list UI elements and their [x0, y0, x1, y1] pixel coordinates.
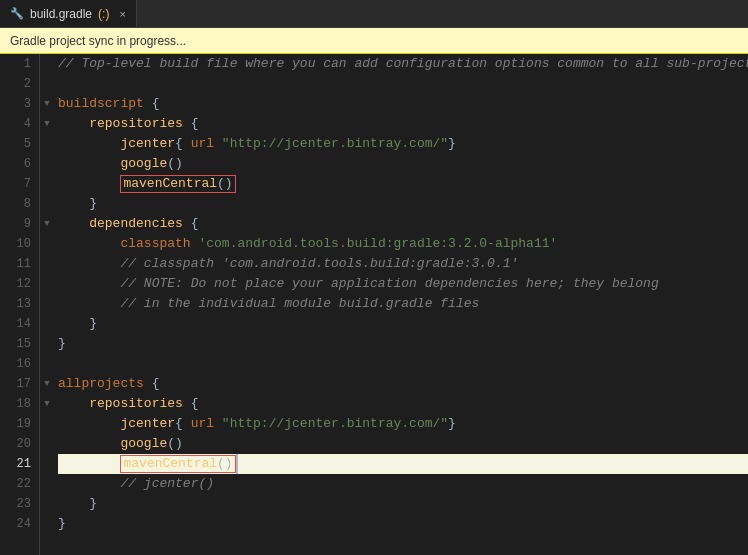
code-line-6: google() [58, 154, 748, 174]
fold-allprojects[interactable]: ▼ [40, 374, 54, 394]
code-line-7: mavenCentral() [58, 174, 748, 194]
tab-filename: build.gradle [30, 7, 92, 21]
tab-close-button[interactable]: × [119, 8, 125, 20]
code-line-14: } [58, 314, 748, 334]
code-line-18: repositories { [58, 394, 748, 414]
code-line-12: // NOTE: Do not place your application d… [58, 274, 748, 294]
code-line-24: } [58, 514, 748, 534]
code-line-5: jcenter{ url "http://jcenter.bintray.com… [58, 134, 748, 154]
sync-banner: Gradle project sync in progress... [0, 28, 748, 54]
fold-dependencies[interactable]: ▼ [40, 214, 54, 234]
code-line-22: // jcenter() [58, 474, 748, 494]
code-area[interactable]: // Top-level build file where you can ad… [54, 54, 748, 555]
code-line-20: google() [58, 434, 748, 454]
tab-modified-indicator: (:) [98, 7, 109, 21]
code-line-9: dependencies { [58, 214, 748, 234]
code-line-3: buildscript { [58, 94, 748, 114]
code-line-19: jcenter{ url "http://jcenter.bintray.com… [58, 414, 748, 434]
tab-bar: 🔧 build.gradle (:) × [0, 0, 748, 28]
code-line-17: allprojects { [58, 374, 748, 394]
gradle-icon: 🔧 [10, 7, 24, 20]
code-line-16 [58, 354, 748, 374]
code-line-4: repositories { [58, 114, 748, 134]
code-line-13: // in the individual module build.gradle… [58, 294, 748, 314]
code-line-2 [58, 74, 748, 94]
tab-build-gradle[interactable]: 🔧 build.gradle (:) × [0, 0, 137, 27]
fold-column: ▼ ▼ ▼ ▼ ▼ [40, 54, 54, 555]
editor: 1 2 3 4 5 6 7 8 9 10 11 12 13 14 15 16 1… [0, 54, 748, 555]
code-line-1: // Top-level build file where you can ad… [58, 54, 748, 74]
fold-repositories[interactable]: ▼ [40, 114, 54, 134]
fold-buildscript[interactable]: ▼ [40, 94, 54, 114]
fold-repositories2[interactable]: ▼ [40, 394, 54, 414]
code-line-10: classpath 'com.android.tools.build:gradl… [58, 234, 748, 254]
code-line-8: } [58, 194, 748, 214]
code-line-23: } [58, 494, 748, 514]
line-gutter: 1 2 3 4 5 6 7 8 9 10 11 12 13 14 15 16 1… [0, 54, 40, 555]
code-line-11: // classpath 'com.android.tools.build:gr… [58, 254, 748, 274]
code-line-21: mavenCentral()​ [58, 454, 748, 474]
code-line-15: } [58, 334, 748, 354]
